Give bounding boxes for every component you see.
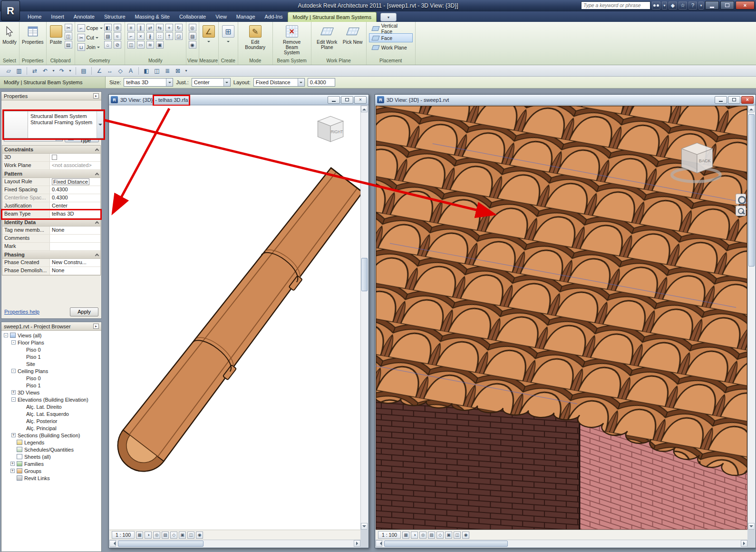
create-similar-button[interactable]: ⊞ xyxy=(221,24,235,44)
placement-face[interactable]: Face xyxy=(369,33,413,42)
vertical-scrollbar[interactable] xyxy=(360,106,368,530)
tree-expander[interactable]: - xyxy=(11,369,16,373)
cope-button[interactable]: ⌐ Cope xyxy=(78,24,103,32)
vertical-scrollbar[interactable] xyxy=(747,106,755,530)
detail-level-icon[interactable]: ▦ xyxy=(136,532,143,539)
tree-item[interactable]: Piso 1 xyxy=(2,382,101,389)
reveal-hidden-elements-icon[interactable]: ◉ xyxy=(196,532,203,539)
scale-button[interactable]: 1 : 100 xyxy=(378,531,401,539)
pin-icon[interactable]: † xyxy=(165,32,173,40)
property-row-3d[interactable]: 3D xyxy=(2,154,100,162)
horizontal-scrollbar[interactable] xyxy=(376,540,747,547)
tag-by-category-icon[interactable]: ◇ xyxy=(116,66,125,76)
separator[interactable] xyxy=(27,67,27,75)
separator[interactable] xyxy=(76,67,76,75)
tree-item[interactable]: Sheets (all) xyxy=(2,453,101,460)
tree-item[interactable]: + Sections (Building Section) xyxy=(2,432,101,439)
tree-item[interactable]: Alç. Posterior xyxy=(2,417,101,424)
reveal-hidden-elements-icon[interactable]: ◎ xyxy=(189,24,196,31)
close-button[interactable]: × xyxy=(736,1,755,10)
unjoin-icon[interactable]: ⊘ xyxy=(114,41,121,49)
wall-joins-icon[interactable]: ⌂ xyxy=(104,41,112,49)
undo-icon[interactable]: ↶ xyxy=(40,66,50,76)
property-row-phase-demolished[interactable]: Phase Demolish... None xyxy=(2,267,100,275)
property-row-layout-rule[interactable]: Layout Rule Fixed Distance xyxy=(2,178,100,186)
tree-expander[interactable]: - xyxy=(11,340,16,345)
split-face-icon[interactable]: ≈ xyxy=(114,32,121,40)
save-icon[interactable]: ▥ xyxy=(14,66,24,76)
property-row-work-plane[interactable]: Work Plane <not associated> xyxy=(2,162,100,170)
close-button[interactable]: × xyxy=(354,96,367,104)
tree-item[interactable]: Piso 0 xyxy=(2,346,101,353)
thin-lines-icon[interactable]: ≣ xyxy=(163,66,172,76)
help-dropdown-icon[interactable]: ▾ xyxy=(698,1,704,10)
viewcube[interactable]: BACK xyxy=(668,134,726,188)
property-row-justification[interactable]: Justification Center xyxy=(2,202,100,210)
tab-manage[interactable]: Manage xyxy=(232,12,260,22)
minimize-button[interactable] xyxy=(705,1,719,10)
temporary-hide-isolate-icon[interactable]: ◫ xyxy=(454,532,461,539)
sun-path-icon[interactable]: ◎ xyxy=(153,532,160,539)
redo-dropdown-icon[interactable]: ▾ xyxy=(68,66,73,76)
tree-item[interactable]: Alç. Lat. Direito xyxy=(2,403,101,410)
edit-boundary-button[interactable]: ✎ Edit Boundary xyxy=(241,24,270,50)
horizontal-scrollbar[interactable] xyxy=(109,540,360,547)
type-selector[interactable]: Structural Beam System Structural Framin… xyxy=(4,111,104,138)
tab-collaborate[interactable]: Collaborate xyxy=(174,12,211,22)
tree-item[interactable]: - Ceiling Plans xyxy=(2,367,101,375)
paint-icon[interactable]: ◧ xyxy=(104,24,112,31)
group-header-pattern[interactable]: Pattern xyxy=(2,170,100,178)
justification-combo[interactable]: Center xyxy=(192,78,231,87)
array-icon[interactable]: ∷ xyxy=(156,32,164,40)
cut-to-clipboard-icon[interactable]: ✂ xyxy=(65,24,72,31)
scrollbar-thumb[interactable] xyxy=(748,114,755,266)
open-icon[interactable]: ▱ xyxy=(4,66,13,76)
viewcube[interactable]: RIGHT xyxy=(311,111,347,148)
tree-item[interactable]: Site xyxy=(2,360,101,367)
property-row-beam-type[interactable]: Beam Type telhas 3D xyxy=(2,210,100,218)
move-icon[interactable]: + xyxy=(165,24,173,31)
group-header-identity-data[interactable]: Identity Data xyxy=(2,218,100,227)
show-crop-icon[interactable]: ◇ xyxy=(170,532,177,539)
close-button[interactable]: × xyxy=(741,96,754,104)
tree-expander[interactable]: - xyxy=(4,333,8,337)
redo-icon[interactable]: ↷ xyxy=(57,66,67,76)
tree-item[interactable]: Schedules/Quantities xyxy=(2,446,101,453)
group-header-constraints[interactable]: Constraints xyxy=(2,146,100,154)
tab-add-ins[interactable]: Add-Ins xyxy=(260,12,288,22)
restore-button[interactable] xyxy=(728,96,740,104)
delete-icon[interactable]: × xyxy=(137,32,145,40)
property-row-centerline-spacing[interactable]: Centerline Spac... 0.4300 xyxy=(2,194,100,202)
property-row-phase-created[interactable]: Phase Created New Constru... xyxy=(2,259,100,267)
pick-new-work-plane-button[interactable]: Pick New xyxy=(342,24,364,45)
type-selector-dropdown-icon[interactable] xyxy=(97,111,103,138)
view-window-titlebar[interactable]: R 3D View: {3D} - telhas 3D.rfa × xyxy=(109,95,368,105)
tree-item[interactable]: Legends xyxy=(2,439,101,446)
3d-view-canvas-roof[interactable]: BACK xyxy=(376,106,747,530)
tab-insert[interactable]: Insert xyxy=(46,12,69,22)
tree-item[interactable]: - Floor Plans xyxy=(2,339,101,346)
tab-massing-site[interactable]: Massing & Site xyxy=(130,12,174,22)
properties-help-link[interactable]: Properties help xyxy=(4,309,39,315)
section-icon[interactable]: ◫ xyxy=(152,66,162,76)
tree-expander[interactable]: + xyxy=(11,433,16,437)
measure-icon[interactable]: ∠ xyxy=(95,66,104,76)
tree-item[interactable]: Piso 1 xyxy=(2,353,101,360)
activate-controls-icon[interactable]: ▣ xyxy=(156,41,164,49)
ribbon-display-toggle[interactable]: ▾ xyxy=(380,13,397,21)
properties-button[interactable]: Properties xyxy=(22,24,44,45)
scrollbar-thumb[interactable] xyxy=(118,541,204,547)
tree-item[interactable]: Alç. Principal xyxy=(2,424,101,432)
unpin-icon[interactable]: ▭ xyxy=(137,41,145,49)
switch-windows-dropdown-icon[interactable]: ▾ xyxy=(184,66,189,76)
copy-icon[interactable]: ◫ xyxy=(127,41,135,49)
view-window-titlebar[interactable]: R 3D View: {3D} - sweep1.rvt × xyxy=(375,95,756,105)
favorites-icon[interactable]: ☆ xyxy=(678,1,687,10)
tree-item[interactable]: Piso 0 xyxy=(2,375,101,382)
visual-style-icon[interactable]: ◑ xyxy=(145,532,152,539)
visual-style-icon[interactable]: ◑ xyxy=(411,532,418,539)
tree-item[interactable]: Alç. Lat. Esquerdo xyxy=(2,410,101,417)
modify-button[interactable]: Modify xyxy=(2,24,17,45)
spacing-value-field[interactable]: 0.4300 xyxy=(308,78,335,87)
palette-options-icon[interactable]: ▸ xyxy=(93,324,99,329)
